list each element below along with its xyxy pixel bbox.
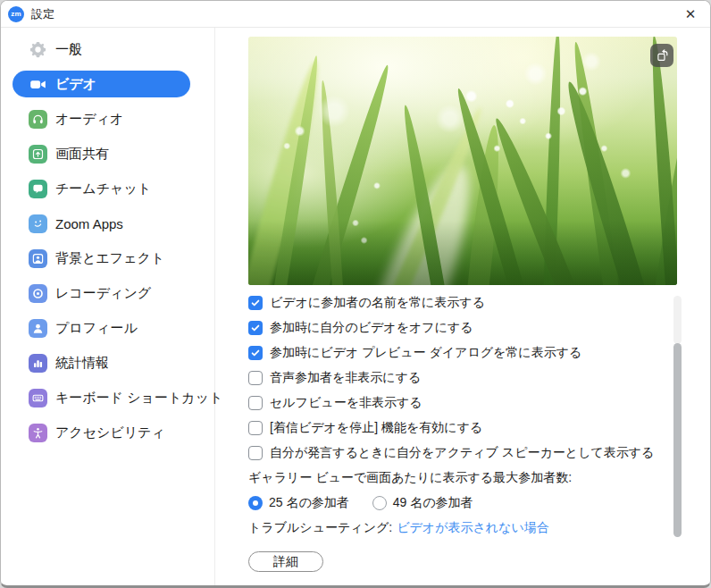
- sidebar-item-keyboard[interactable]: キーボード ショートカット: [13, 384, 190, 411]
- screen-share-icon: [29, 145, 47, 164]
- sidebar-item-label: 一般: [55, 41, 82, 58]
- sidebar-item-label: キーボード ショートカット: [55, 390, 222, 407]
- sidebar-item-label: 統計情報: [55, 355, 109, 372]
- stats-icon: [29, 354, 47, 373]
- radio-option-2[interactable]: 49 名の参加者: [372, 495, 473, 511]
- video-option-6[interactable]: [着信ビデオを停止] 機能を有効にする: [248, 416, 710, 441]
- main-area: 一般 ビデオ オーディオ 画面共有 チームチャット Zoom Apps 背景とエ…: [1, 28, 710, 585]
- window-title: 設定: [31, 6, 54, 22]
- troubleshooting-link[interactable]: ビデオが表示されない場合: [397, 520, 549, 536]
- keyboard-icon: [29, 389, 47, 407]
- video-option-1[interactable]: ビデオに参加者の名前を常に表示する: [248, 290, 710, 315]
- radio-unselected[interactable]: [372, 496, 387, 510]
- checkbox-label: セルフビューを非表示する: [270, 395, 422, 411]
- apps-icon: [29, 214, 47, 233]
- scrollbar-track[interactable]: [673, 296, 682, 344]
- sidebar-item-apps[interactable]: Zoom Apps: [13, 210, 190, 237]
- profile-icon: [29, 319, 47, 338]
- sidebar-item-label: ビデオ: [55, 76, 96, 93]
- radio-label: 25 名の参加者: [269, 495, 349, 511]
- sidebar-item-label: チームチャット: [55, 181, 151, 197]
- background-effects-icon: [29, 249, 47, 268]
- video-option-7[interactable]: 自分が発言するときに自分をアクティブ スピーカーとして表示する: [248, 441, 710, 466]
- sidebar-item-stats[interactable]: 統計情報: [13, 349, 190, 376]
- checkbox-checked[interactable]: [248, 321, 263, 335]
- bottom-shade-overlay: [248, 37, 677, 285]
- sidebar-item-accessibility[interactable]: アクセシビリティ: [13, 419, 190, 446]
- scrollbar-thumb[interactable]: [673, 343, 682, 537]
- radio-option-1[interactable]: 25 名の参加者: [248, 495, 349, 511]
- radio-label: 49 名の参加者: [393, 495, 473, 511]
- video-option-2[interactable]: 参加時に自分のビデオをオフにする: [248, 315, 710, 340]
- accessibility-icon: [29, 424, 47, 442]
- sidebar-item-gear[interactable]: 一般: [13, 36, 190, 63]
- video-option-4[interactable]: 音声参加者を非表示にする: [248, 365, 710, 391]
- checkbox-checked[interactable]: [248, 346, 263, 360]
- sidebar-item-label: オーディオ: [55, 111, 123, 128]
- sidebar-item-chat[interactable]: チームチャット: [13, 175, 190, 202]
- sidebar-item-background-effects[interactable]: 背景とエフェクト: [13, 245, 190, 272]
- gear-icon: [29, 40, 47, 59]
- sidebar-item-record[interactable]: レコーディング: [13, 280, 190, 307]
- video-settings-panel: ビデオに参加者の名前を常に表示する 参加時に自分のビデオをオフにする 参加時にビ…: [215, 28, 710, 585]
- checkbox-unchecked[interactable]: [248, 446, 263, 460]
- chat-icon: [29, 180, 47, 198]
- record-icon: [29, 284, 47, 303]
- sidebar-item-headphones[interactable]: オーディオ: [13, 105, 190, 132]
- sidebar-item-label: アクセシビリティ: [55, 424, 165, 441]
- close-button[interactable]: ✕: [671, 1, 710, 28]
- headphones-icon: [29, 110, 47, 129]
- rotate-icon: [655, 48, 670, 63]
- checkbox-label: 自分が発言するときに自分をアクティブ スピーカーとして表示する: [270, 445, 654, 461]
- max-participants-radio-group: 25 名の参加者 49 名の参加者: [248, 491, 710, 516]
- video-options-list: ビデオに参加者の名前を常に表示する 参加時に自分のビデオをオフにする 参加時にビ…: [248, 290, 710, 466]
- checkbox-checked[interactable]: [248, 296, 263, 310]
- rotate-video-button[interactable]: [650, 44, 673, 67]
- sidebar-item-video-camera[interactable]: ビデオ: [13, 71, 190, 97]
- sidebar-item-label: Zoom Apps: [55, 216, 123, 231]
- video-preview: [248, 37, 677, 285]
- advanced-button[interactable]: 詳細: [248, 551, 323, 572]
- sidebar-item-label: 画面共有: [55, 146, 109, 163]
- sidebar: 一般 ビデオ オーディオ 画面共有 チームチャット Zoom Apps 背景とエ…: [1, 28, 215, 585]
- settings-window: zm 設定 ✕ 一般 ビデオ オーディオ 画面共有 チームチャット Zoom A…: [0, 0, 711, 588]
- checkbox-unchecked[interactable]: [248, 396, 263, 410]
- sidebar-item-label: レコーディング: [55, 285, 151, 302]
- checkbox-label: [着信ビデオを停止] 機能を有効にする: [270, 420, 482, 436]
- video-option-5[interactable]: セルフビューを非表示する: [248, 391, 710, 416]
- sidebar-item-label: 背景とエフェクト: [55, 250, 164, 267]
- title-bar: zm 設定 ✕: [1, 1, 710, 28]
- radio-selected[interactable]: [248, 496, 263, 510]
- zoom-app-icon: zm: [8, 6, 24, 22]
- video-camera-icon: [29, 75, 47, 94]
- sidebar-item-label: プロフィール: [55, 320, 138, 337]
- checkbox-unchecked[interactable]: [248, 371, 263, 385]
- sidebar-item-screen-share[interactable]: 画面共有: [13, 140, 190, 167]
- checkbox-label: 音声参加者を非表示にする: [270, 370, 421, 386]
- gallery-view-label: ギャラリー ビューで画面あたりに表示する最大参加者数:: [248, 466, 710, 491]
- troubleshooting-row: トラブルシューティング: ビデオが表示されない場合: [248, 516, 710, 541]
- checkbox-label: 参加時にビデオ プレビュー ダイアログを常に表示する: [270, 345, 581, 361]
- checkbox-label: ビデオに参加者の名前を常に表示する: [270, 295, 485, 311]
- sidebar-item-profile[interactable]: プロフィール: [13, 315, 190, 341]
- checkbox-unchecked[interactable]: [248, 421, 263, 435]
- checkbox-label: 参加時に自分のビデオをオフにする: [270, 320, 473, 336]
- troubleshooting-label: トラブルシューティング:: [248, 520, 392, 536]
- video-option-3[interactable]: 参加時にビデオ プレビュー ダイアログを常に表示する: [248, 340, 710, 365]
